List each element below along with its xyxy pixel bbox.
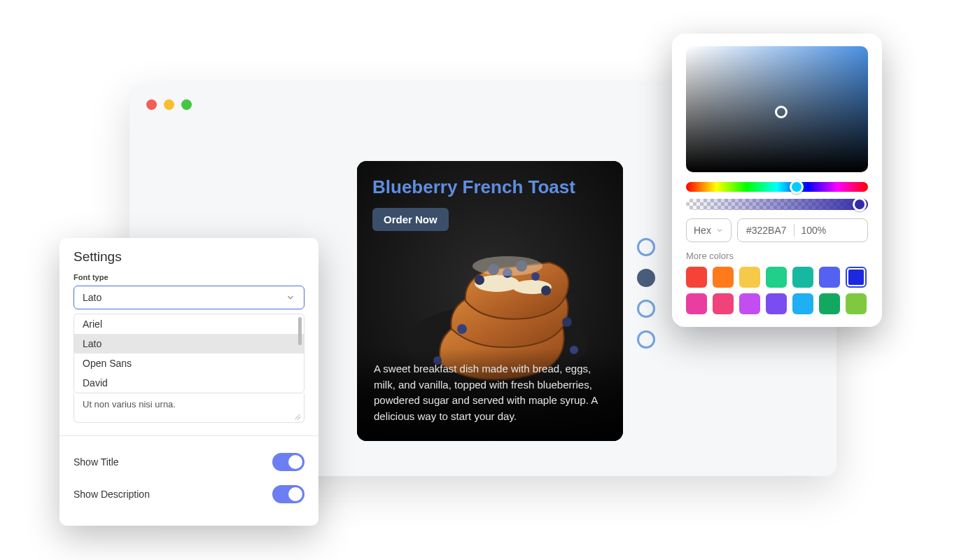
settings-title: Settings [74,249,304,265]
settings-panel: Settings Font type Lato Ariel Lato Open … [59,238,318,526]
scrollbar-thumb[interactable] [298,317,302,345]
color-swatch[interactable] [792,293,813,314]
color-swatch[interactable] [819,267,840,288]
font-select[interactable]: Lato [74,286,304,309]
chevron-down-icon [286,293,295,302]
divider [794,224,794,237]
color-swatch[interactable] [686,293,707,314]
svg-point-8 [475,275,484,285]
pager-dot[interactable] [637,300,655,318]
color-picker-panel: Hex #322BA7 100% More colors [672,34,882,327]
font-option[interactable]: Lato [74,334,304,354]
show-title-label: Show Title [74,456,119,468]
textarea-input[interactable]: Ut non varius nisi urna. [74,393,304,423]
font-option[interactable]: Ariel [74,314,304,334]
show-title-toggle[interactable] [272,453,304,471]
color-swatch[interactable] [846,293,867,314]
svg-point-11 [562,317,572,327]
card-pager [637,238,655,349]
color-swatch[interactable] [846,267,867,288]
resize-handle-icon[interactable] [294,412,301,419]
alpha-cursor[interactable] [853,197,867,211]
maximize-window-button[interactable] [181,99,192,110]
close-window-button[interactable] [146,99,157,110]
window-controls [146,99,192,110]
color-format-select[interactable]: Hex [686,218,732,242]
swatch-grid [686,267,868,314]
font-options-list: Ariel Lato Open Sans David [74,314,304,393]
pager-dot[interactable] [637,269,655,287]
card-title: Blueberry French Toast [372,176,608,198]
color-swatch[interactable] [739,293,760,314]
font-option[interactable]: David [74,373,304,393]
svg-point-9 [541,286,551,295]
show-description-toggle[interactable] [272,485,304,503]
svg-point-7 [531,272,540,281]
divider [59,435,318,436]
color-swatch[interactable] [713,267,734,288]
saturation-field[interactable] [686,46,868,172]
color-swatch[interactable] [686,267,707,288]
hex-input[interactable]: #322BA7 100% [737,218,868,242]
font-select-value: Lato [83,292,102,303]
alpha-slider[interactable] [686,199,868,210]
minimize-window-button[interactable] [164,99,174,110]
font-type-label: Font type [74,273,304,281]
show-description-label: Show Description [74,489,150,500]
pager-dot[interactable] [637,330,655,349]
saturation-cursor[interactable] [775,106,788,118]
chevron-down-icon [715,226,724,234]
color-swatch[interactable] [819,293,840,314]
color-swatch[interactable] [766,267,787,288]
pager-dot[interactable] [637,238,655,256]
order-now-button[interactable]: Order Now [372,208,449,231]
hue-slider[interactable] [686,182,868,192]
font-option[interactable]: Open Sans [74,354,304,373]
card-description: A sweet breakfast dish made with bread, … [374,361,606,424]
more-colors-label: More colors [686,251,868,261]
color-swatch[interactable] [739,267,760,288]
color-swatch[interactable] [713,293,734,314]
svg-point-10 [457,324,467,334]
preview-card: Blueberry French Toast Order Now A sweet… [357,161,623,441]
color-swatch[interactable] [766,293,787,314]
svg-point-14 [472,256,542,276]
color-swatch[interactable] [792,267,813,288]
hue-cursor[interactable] [790,180,804,194]
